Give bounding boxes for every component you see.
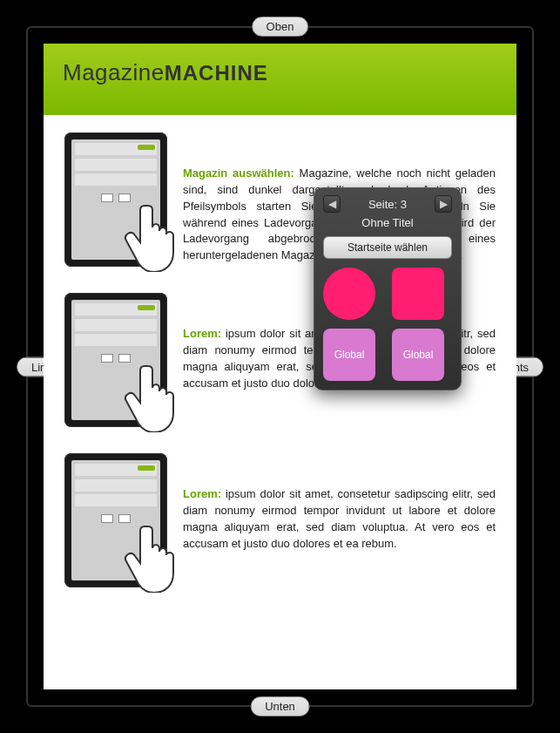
swatch-global[interactable]: Global xyxy=(323,329,375,381)
page-picker-popup: ◀ Seite: 3 ▶ Ohne Titel Startseite wähle… xyxy=(314,187,462,390)
help-item-label: Lorem: xyxy=(183,327,221,340)
prev-page-button[interactable]: ◀ xyxy=(323,195,341,213)
help-item-label: Magazin auswählen: xyxy=(183,166,294,180)
set-homepage-button[interactable]: Startseite wählen xyxy=(323,236,452,259)
hand-icon xyxy=(118,202,183,272)
nav-top-button[interactable]: Oben xyxy=(252,17,309,37)
brand-bold: MACHINE xyxy=(165,61,268,85)
swipe-arrows-icon xyxy=(101,514,131,523)
swatch-square[interactable] xyxy=(392,268,444,320)
help-item-body: ipsum dolor sit amet, consetetur sadipsc… xyxy=(183,487,496,550)
popup-subtitle: Ohne Titel xyxy=(323,216,452,229)
help-item: Lorem: ipsum dolor sit amet, consetetur … xyxy=(64,453,496,587)
swipe-arrows-icon xyxy=(101,193,131,202)
help-item-text: Lorem: ipsum dolor sit amet, consetetur … xyxy=(183,453,496,552)
brand-thin: Magazine xyxy=(63,59,165,85)
tablet-thumbnail xyxy=(64,132,167,267)
swipe-arrows-icon xyxy=(101,354,131,363)
next-page-button[interactable]: ▶ xyxy=(435,195,452,213)
hand-icon xyxy=(118,363,183,432)
tablet-thumbnail xyxy=(64,293,167,427)
popup-page-label: Seite: 3 xyxy=(368,198,407,211)
swatch-circle[interactable] xyxy=(323,268,375,320)
popup-header: ◀ Seite: 3 ▶ xyxy=(323,195,452,213)
help-item-label: Lorem: xyxy=(183,487,221,500)
page-header: MagazineMACHINE xyxy=(44,44,516,115)
swatch-global[interactable]: Global xyxy=(392,329,444,381)
chevron-right-icon: ▶ xyxy=(440,198,448,210)
popup-grid: Global Global xyxy=(323,268,452,381)
nav-bottom-button[interactable]: Unten xyxy=(250,696,310,716)
chevron-left-icon: ◀ xyxy=(328,198,336,210)
hand-icon xyxy=(118,523,183,593)
tablet-thumbnail xyxy=(64,453,167,587)
